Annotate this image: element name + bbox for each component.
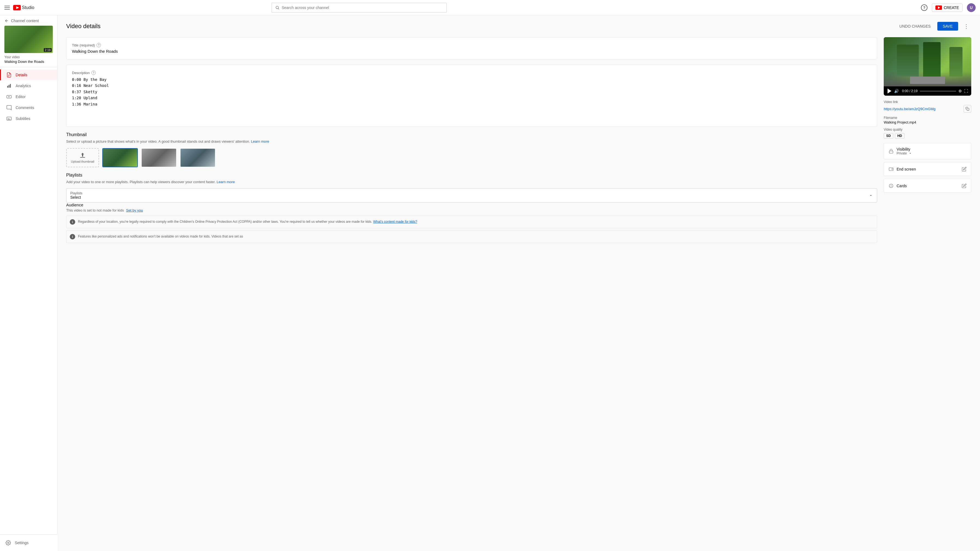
visibility-dropdown[interactable]: Private: [897, 151, 912, 155]
quality-badge-sd: SD: [884, 133, 893, 138]
audience-features-text: Features like personalized ads and notif…: [78, 234, 243, 240]
svg-rect-16: [889, 151, 893, 153]
video-thumbnail-sim: [884, 37, 971, 86]
visibility-title: Visibility: [897, 147, 912, 151]
cards-edit-button[interactable]: [962, 183, 967, 189]
copy-link-button[interactable]: [964, 105, 971, 113]
video-controls-bar: 🔊 0:00 / 2:19 ⚙ ⛶: [884, 86, 971, 96]
subtitles-icon: [6, 116, 12, 121]
progress-bar[interactable]: [920, 91, 956, 92]
end-screen-edit-button[interactable]: [962, 166, 967, 172]
save-button[interactable]: SAVE: [937, 22, 958, 30]
title-help-icon[interactable]: ?: [97, 43, 101, 47]
settings-icon: [5, 540, 11, 546]
sidebar: Channel content 2:19 Your video Walking …: [0, 15, 57, 551]
playlists-dropdown[interactable]: Playlists Select: [66, 188, 877, 203]
thumbnail-option-1[interactable]: [102, 148, 138, 167]
create-icon: [935, 5, 942, 10]
playlists-dropdown-label: Playlists: [70, 191, 82, 195]
volume-icon[interactable]: 🔊: [894, 89, 899, 93]
title-input[interactable]: [72, 49, 872, 54]
right-panel: 🔊 0:00 / 2:19 ⚙ ⛶ Video link https://you…: [884, 37, 971, 248]
sidebar-item-settings[interactable]: Settings: [5, 538, 52, 548]
visibility-section-icon: [888, 148, 894, 154]
svg-line-3: [278, 8, 279, 9]
visibility-value: Private: [897, 151, 907, 155]
whats-content-link[interactable]: What's content made for kids?: [373, 220, 417, 224]
playlists-section: Playlists Add your video to one or more …: [66, 173, 877, 203]
visibility-chevron-icon: [908, 151, 912, 155]
svg-rect-17: [889, 168, 893, 170]
filename-value: Walking Project.mp4: [884, 120, 971, 124]
user-avatar[interactable]: U: [967, 3, 975, 12]
audience-notice-text: Regardless of your location, you're lega…: [78, 219, 417, 225]
upload-thumbnail-button[interactable]: Upload thumbnail: [66, 148, 99, 167]
video-duration-badge: 2:19: [44, 48, 52, 52]
set-by-you-link[interactable]: Set by you: [126, 208, 143, 212]
sidebar-footer: Settings: [0, 534, 57, 551]
sidebar-video-title: Walking Down the Roads: [5, 60, 53, 64]
sidebar-item-editor[interactable]: Editor: [0, 91, 57, 102]
sidebar-item-comments[interactable]: Comments: [0, 102, 57, 113]
audience-info-icon: i: [70, 219, 75, 225]
svg-rect-7: [8, 85, 9, 88]
svg-rect-18: [892, 168, 893, 169]
quality-badge-hd: HD: [895, 133, 905, 138]
end-screen-section: End screen: [884, 162, 971, 176]
your-video-label: Your video: [5, 55, 53, 59]
playlists-dropdown-value: Select: [70, 195, 82, 200]
title-field-label: Title (required): [72, 43, 95, 47]
header-actions: UNDO CHANGES SAVE ⋮: [896, 22, 971, 30]
end-screen-icon: [888, 167, 894, 172]
cards-info-icon: [889, 183, 894, 188]
more-options-button[interactable]: ⋮: [961, 22, 971, 30]
sidebar-navigation: Details Analytics Editor: [0, 67, 57, 126]
playlists-section-title: Playlists: [66, 173, 877, 178]
comments-icon: [6, 105, 12, 110]
copy-icon: [966, 107, 969, 111]
thumbnail-learn-more-link[interactable]: Learn more: [251, 140, 269, 143]
thumbnail-option-2[interactable]: [141, 148, 177, 167]
audience-section: Audience This video is set to not made f…: [66, 203, 877, 243]
filename-section: Filename Walking Project.mp4: [884, 116, 971, 124]
back-arrow-icon: [5, 19, 9, 23]
thumbnail-section: Thumbnail Select or upload a picture tha…: [66, 132, 877, 167]
cards-edit-icon: [962, 183, 967, 188]
back-to-channel-link[interactable]: Channel content: [5, 19, 53, 23]
top-navigation: Studio ? CREATE U: [0, 0, 980, 15]
menu-button[interactable]: [5, 5, 10, 10]
svg-point-13: [8, 542, 9, 544]
create-button[interactable]: CREATE: [932, 3, 963, 12]
video-link-url[interactable]: https://youtu.be/amJzQ9CmGMg: [884, 107, 935, 111]
playlists-learn-more-link[interactable]: Learn more: [216, 180, 235, 184]
description-textarea[interactable]: 0:00 By the Bay 0:16 Near School 0:37 Sk…: [72, 76, 872, 120]
play-button[interactable]: [887, 89, 892, 94]
lock-icon: [889, 149, 894, 154]
sidebar-item-details[interactable]: Details: [0, 70, 57, 80]
description-help-icon[interactable]: ?: [91, 70, 96, 75]
sidebar-item-subtitles[interactable]: Subtitles: [0, 113, 57, 124]
search-bar[interactable]: [272, 3, 447, 13]
thumbnail-option-3[interactable]: [180, 148, 216, 167]
page-title: Video details: [66, 23, 101, 30]
cards-section: Cards: [884, 179, 971, 193]
help-button[interactable]: ?: [921, 5, 928, 11]
search-icon: [275, 5, 280, 10]
video-preview: 🔊 0:00 / 2:19 ⚙ ⛶: [884, 37, 971, 96]
youtube-studio-logo[interactable]: Studio: [13, 5, 34, 10]
video-link-section: Video link https://youtu.be/amJzQ9CmGMg: [884, 100, 971, 113]
undo-changes-button[interactable]: UNDO CHANGES: [896, 22, 934, 30]
sidebar-item-analytics[interactable]: Analytics: [0, 80, 57, 91]
end-screen-title: End screen: [897, 167, 916, 171]
playlists-dropdown-chevron: [869, 193, 873, 198]
main-content: Video details UNDO CHANGES SAVE ⋮ Title …: [57, 15, 980, 551]
audience-features-notice: i Features like personalized ads and not…: [66, 230, 877, 243]
fullscreen-icon[interactable]: ⛶: [964, 89, 968, 93]
video-settings-icon[interactable]: ⚙: [958, 89, 962, 93]
edit-icon: [962, 167, 967, 171]
audience-notice: i Regardless of your location, you're le…: [66, 216, 877, 228]
cards-title: Cards: [897, 184, 907, 188]
search-input[interactable]: [282, 5, 443, 10]
quality-badges: SD HD: [884, 133, 971, 138]
cards-icon: [888, 183, 894, 189]
